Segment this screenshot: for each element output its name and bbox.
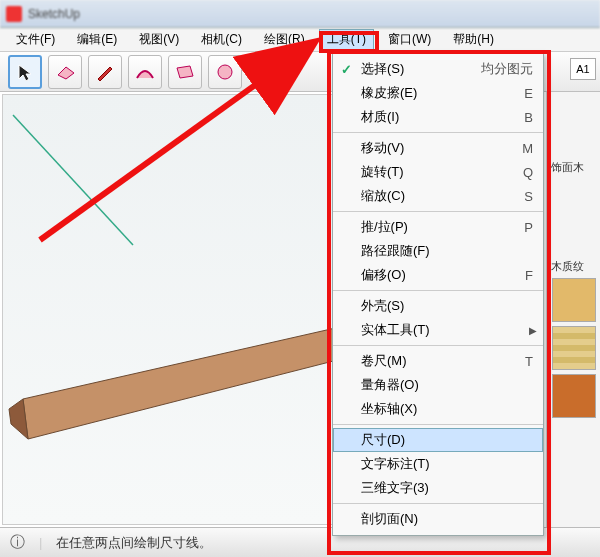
eraser-icon xyxy=(54,63,76,81)
svg-line-1 xyxy=(13,115,133,245)
menu-file[interactable]: 文件(F) xyxy=(8,29,63,50)
circle-tool-button[interactable] xyxy=(208,55,242,89)
menu-item-pushpull[interactable]: 推/拉(P)P xyxy=(333,215,543,239)
swatch-wood-light[interactable] xyxy=(552,278,596,322)
menu-item-section[interactable]: 剖切面(N) xyxy=(333,507,543,531)
menu-edit[interactable]: 编辑(E) xyxy=(69,29,125,50)
submenu-arrow-icon: ▶ xyxy=(529,325,537,336)
paper-size-indicator[interactable]: A1 xyxy=(570,58,596,80)
menu-item-dimension[interactable]: 尺寸(D) xyxy=(333,428,543,452)
pencil-icon xyxy=(95,62,115,82)
info-icon[interactable]: ⓘ xyxy=(10,533,25,552)
rect-icon xyxy=(174,63,196,81)
svg-point-0 xyxy=(218,65,232,79)
svg-marker-2 xyxy=(23,324,353,439)
cursor-icon xyxy=(16,63,34,81)
panel-header-1: 饰面木 xyxy=(549,160,598,175)
swatch-wood-red[interactable] xyxy=(552,374,596,418)
rect-tool-button[interactable] xyxy=(168,55,202,89)
menu-item-move[interactable]: 移动(V)M xyxy=(333,136,543,160)
plank-model[interactable] xyxy=(3,314,363,464)
menu-draw[interactable]: 绘图(R) xyxy=(256,29,313,50)
menu-item-scale[interactable]: 缩放(C)S xyxy=(333,184,543,208)
menu-item-axes[interactable]: 坐标轴(X) xyxy=(333,397,543,421)
menu-item-3dtext[interactable]: 三维文字(3) xyxy=(333,476,543,500)
menu-item-material[interactable]: 材质(I)B xyxy=(333,105,543,129)
menu-camera[interactable]: 相机(C) xyxy=(193,29,250,50)
menu-window[interactable]: 窗口(W) xyxy=(380,29,439,50)
menu-item-tapemeasure[interactable]: 卷尺(M)T xyxy=(333,349,543,373)
materials-panel: 饰面木 木质纹 xyxy=(546,92,600,527)
menu-item-eraser[interactable]: 橡皮擦(E)E xyxy=(333,81,543,105)
menu-tools[interactable]: 工具(T) xyxy=(319,29,374,50)
menu-item-text[interactable]: 文字标注(T) xyxy=(333,452,543,476)
menu-bar: 文件(F) 编辑(E) 视图(V) 相机(C) 绘图(R) 工具(T) 窗口(W… xyxy=(0,28,600,52)
eraser-tool-button[interactable] xyxy=(48,55,82,89)
panel-header-2: 木质纹 xyxy=(549,259,598,274)
menu-view[interactable]: 视图(V) xyxy=(131,29,187,50)
swatch-wood-stripe[interactable] xyxy=(552,326,596,370)
select-tool-button[interactable] xyxy=(8,55,42,89)
title-bar: SketchUp xyxy=(0,0,600,28)
arc-icon xyxy=(134,62,156,82)
circle-icon xyxy=(215,62,235,82)
menu-item-shell[interactable]: 外壳(S) xyxy=(333,294,543,318)
menu-item-solidtools[interactable]: 实体工具(T)▶ xyxy=(333,318,543,342)
tools-dropdown: ✓选择(S)均分图元 橡皮擦(E)E 材质(I)B 移动(V)M 旋转(T)Q … xyxy=(332,52,544,536)
menu-item-select[interactable]: ✓选择(S)均分图元 xyxy=(333,57,543,81)
title-text: SketchUp xyxy=(28,7,80,21)
menu-item-protractor[interactable]: 量角器(O) xyxy=(333,373,543,397)
app-icon xyxy=(6,6,22,22)
status-message: 在任意两点间绘制尺寸线。 xyxy=(56,534,212,552)
arc-tool-button[interactable] xyxy=(128,55,162,89)
menu-item-offset[interactable]: 偏移(O)F xyxy=(333,263,543,287)
menu-item-rotate[interactable]: 旋转(T)Q xyxy=(333,160,543,184)
pencil-tool-button[interactable] xyxy=(88,55,122,89)
check-icon: ✓ xyxy=(341,62,352,77)
menu-help[interactable]: 帮助(H) xyxy=(445,29,502,50)
menu-item-followme[interactable]: 路径跟随(F) xyxy=(333,239,543,263)
